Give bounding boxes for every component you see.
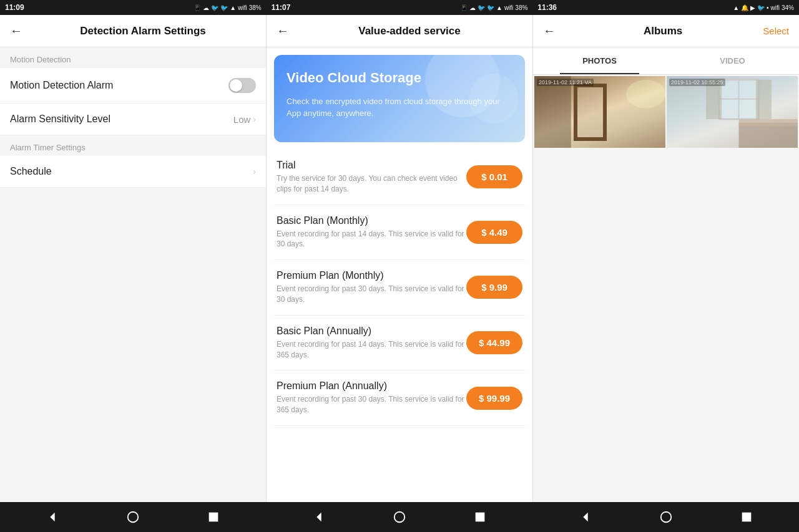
banner-description: Check the encrypted video from cloud sto… [287,96,512,118]
time-2: 11:07 [272,3,291,12]
svg-marker-15 [583,513,587,522]
plan-premium-monthly-name: Premium Plan (Monthly) [277,270,466,281]
plan-trial-desc: Try the service for 30 days. You can che… [277,173,466,195]
nav-back-1[interactable] [42,507,62,527]
plan-premium-monthly: Premium Plan (Monthly) Event recording f… [274,260,525,316]
motion-alarm-toggle[interactable] [228,78,256,93]
panel1-header: ← Detection Alarm Settings [0,15,266,47]
tab-photos-label: PHOTOS [582,56,617,65]
sensitivity-text: Low [233,114,251,125]
twitter-icon-3: 🐦 [757,4,765,11]
battery-3: 34% [782,4,794,11]
back-button-3[interactable]: ← [543,24,556,38]
back-button-2[interactable]: ← [277,24,289,38]
svg-marker-9 [51,513,55,522]
plan-basic-annually-info: Basic Plan (Annually) Event recording fo… [277,326,466,360]
panel2-header: ← Value-added service [267,15,532,47]
nav-recent-1[interactable] [203,507,223,527]
tab-video-label: VIDEO [720,56,745,65]
home-icon-2 [393,510,406,524]
battery-2: 38% [515,4,527,11]
cloud-icon-2: ☁ [469,4,476,11]
svg-marker-12 [316,513,321,522]
plan-premium-monthly-price-button[interactable]: $ 9.99 [466,276,522,299]
dot-icon-3: • [767,4,769,11]
phone-icon-2: 📱 [460,4,468,11]
cloud-icon-1: ☁ [203,4,209,11]
panel1-title: Detection Alarm Settings [30,25,256,37]
home-icon-3 [659,510,673,524]
back-button-1[interactable]: ← [10,24,22,38]
wifi-icon-1: wifi [238,4,247,11]
svg-rect-6 [756,80,772,119]
svg-rect-1 [534,76,571,148]
motion-alarm-label: Motion Detection Alarm [10,80,113,91]
schedule-label: Schedule [10,166,52,177]
plan-premium-annually-price-button[interactable]: $ 99.99 [466,387,522,410]
photo-thumb-2[interactable]: 2019-11-02 10:55:25 [667,76,798,148]
twitter-icon-2b: 🐦 [487,4,494,11]
alarm-sensitivity-row[interactable]: Alarm Sensitivity Level Low › [0,104,266,135]
photos-grid: 2019-11-02 11:21 VA [533,75,799,149]
select-button[interactable]: Select [763,26,789,36]
svg-point-13 [395,512,405,523]
nav-home-1[interactable] [123,507,143,527]
svg-point-16 [660,512,671,523]
schedule-row[interactable]: Schedule › [0,156,266,188]
twitter-icon-2: 🐦 [478,4,485,11]
signal-icon-3: ▲ [733,4,739,11]
back-icon-1 [46,510,59,524]
wifi-icon-2: wifi [504,4,513,11]
nav-home-3[interactable] [656,507,676,527]
status-bar-1: 11:09 📱 ☁ 🐦 🐦 ▲ wifi 38% [0,0,267,15]
section-label-timer: Alarm Timer Settings [0,135,266,156]
svg-rect-7 [739,123,798,148]
plan-premium-annually: Premium Plan (Annually) Event recording … [274,370,525,426]
status-bars: 11:09 📱 ☁ 🐦 🐦 ▲ wifi 38% 11:07 📱 ☁ 🐦 🐦 ▲… [0,0,799,15]
icons-1: 📱 ☁ 🐦 🐦 ▲ wifi 38% [194,4,261,11]
plan-basic-monthly-price-button[interactable]: $ 4.49 [466,221,522,244]
photo1-timestamp: 2019-11-02 11:21 VA [537,79,594,86]
nav-bars [0,502,799,532]
status-bar-3: 11:36 ▲ 🔔 ▶ 🐦 • wifi 34% [532,0,799,15]
photo-thumb-1[interactable]: 2019-11-02 11:21 VA [534,76,665,148]
icons-2: 📱 ☁ 🐦 🐦 ▲ wifi 38% [460,4,527,11]
svg-rect-8 [739,119,798,127]
bell-icon-3: 🔔 [741,4,748,11]
nav-back-3[interactable] [576,507,596,527]
nav-back-2[interactable] [309,507,329,527]
panels: ← Detection Alarm Settings Motion Detect… [0,15,799,502]
plan-basic-annually-price-button[interactable]: $ 44.99 [466,331,522,354]
section-label-motion: Motion Detection [0,47,266,68]
panel-value-added: ← Value-added service Video Cloud Storag… [267,15,533,502]
sensitivity-value: Low › [233,114,256,125]
cloud-storage-banner: Video Cloud Storage Check the encrypted … [274,55,525,142]
home-icon-1 [126,510,140,524]
svg-point-0 [626,80,665,109]
plan-premium-annually-desc: Event recording for past 30 days. This s… [277,394,466,415]
panel3-title: Albums [563,25,763,37]
svg-rect-17 [742,513,751,522]
twitter-icon-1b: 🐦 [220,4,228,11]
yt-icon-3: ▶ [750,4,755,11]
photo1-overlay [534,76,665,148]
plan-premium-monthly-info: Premium Plan (Monthly) Event recording f… [277,270,466,305]
motion-detection-alarm-row: Motion Detection Alarm [0,68,266,104]
plan-basic-annually: Basic Plan (Annually) Event recording fo… [274,316,525,371]
signal-icon-2: ▲ [496,4,502,11]
schedule-value: › [253,167,256,177]
plan-basic-monthly-info: Basic Plan (Monthly) Event recording for… [277,215,466,250]
tab-video[interactable]: VIDEO [666,47,799,74]
wifi-icon-3: wifi [771,4,780,11]
nav-recent-3[interactable] [737,507,757,527]
sensitivity-chevron-icon: › [253,114,256,124]
plan-basic-monthly-name: Basic Plan (Monthly) [277,215,466,226]
plan-trial: Trial Try the service for 30 days. You c… [274,150,525,205]
nav-recent-2[interactable] [470,507,490,527]
nav-home-2[interactable] [390,507,409,527]
plan-trial-price-button[interactable]: $ 0.01 [466,165,522,188]
tabs-bar: PHOTOS VIDEO [533,47,799,75]
tab-photos[interactable]: PHOTOS [533,47,666,74]
signal-icon-1: ▲ [230,4,236,11]
time-3: 11:36 [537,3,557,12]
